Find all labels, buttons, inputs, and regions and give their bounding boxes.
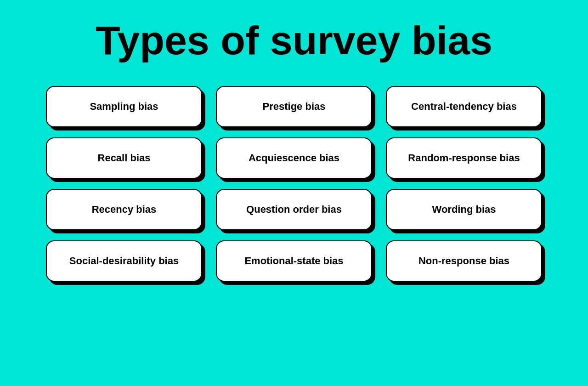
card-label-prestige-bias: Prestige bias xyxy=(255,101,333,113)
card-label-acquiescence-bias: Acquiescence bias xyxy=(241,152,347,164)
card-label-question-order-bias: Question order bias xyxy=(239,204,349,216)
card-acquiescence-bias: Acquiescence bias xyxy=(216,137,372,179)
card-emotional-state-bias: Emotional-state bias xyxy=(216,240,372,282)
card-social-desirability-bias: Social-desirability bias xyxy=(46,240,202,282)
card-label-emotional-state-bias: Emotional-state bias xyxy=(237,255,351,267)
page-title: Types of survey bias xyxy=(96,18,492,63)
bias-grid: Sampling biasPrestige biasCentral-tenden… xyxy=(9,86,579,282)
card-label-recency-bias: Recency bias xyxy=(85,204,164,216)
card-recall-bias: Recall bias xyxy=(46,137,202,179)
card-label-sampling-bias: Sampling bias xyxy=(82,101,165,113)
card-sampling-bias: Sampling bias xyxy=(46,86,202,127)
card-non-response-bias: Non-response bias xyxy=(386,240,542,282)
card-question-order-bias: Question order bias xyxy=(216,189,372,230)
card-recency-bias: Recency bias xyxy=(46,189,202,230)
card-prestige-bias: Prestige bias xyxy=(216,86,372,127)
card-label-social-desirability-bias: Social-desirability bias xyxy=(62,255,186,267)
card-wording-bias: Wording bias xyxy=(386,189,542,230)
card-label-recall-bias: Recall bias xyxy=(90,152,158,164)
card-label-non-response-bias: Non-response bias xyxy=(411,255,517,267)
card-central-tendency-bias: Central-tendency bias xyxy=(386,86,542,127)
card-label-central-tendency-bias: Central-tendency bias xyxy=(404,101,524,113)
card-random-response-bias: Random-response bias xyxy=(386,137,542,179)
card-label-wording-bias: Wording bias xyxy=(425,204,503,216)
card-label-random-response-bias: Random-response bias xyxy=(401,152,527,164)
